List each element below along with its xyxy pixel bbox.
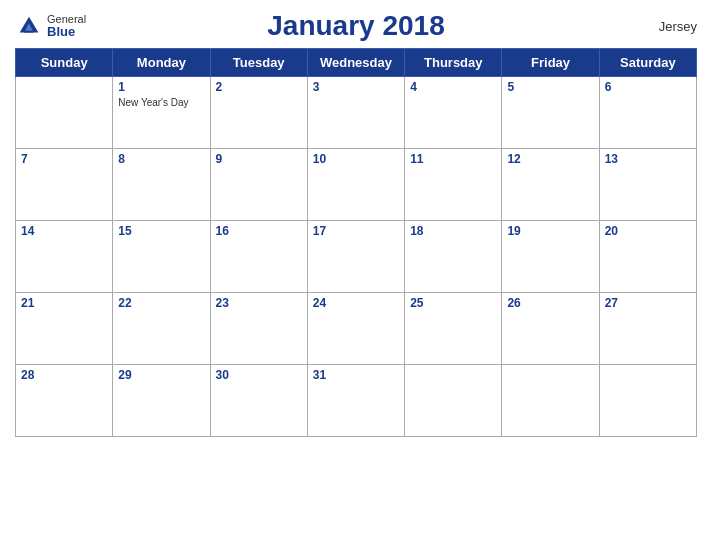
day-number: 31 [313, 368, 399, 382]
calendar-cell: 10 [307, 149, 404, 221]
calendar-cell: 9 [210, 149, 307, 221]
calendar-cell: 24 [307, 293, 404, 365]
weekday-header-thursday: Thursday [405, 49, 502, 77]
weekday-header-tuesday: Tuesday [210, 49, 307, 77]
calendar-cell: 3 [307, 77, 404, 149]
calendar-cell: 4 [405, 77, 502, 149]
calendar-cell: 28 [16, 365, 113, 437]
day-number: 18 [410, 224, 496, 238]
calendar-cell: 5 [502, 77, 599, 149]
calendar-cell: 11 [405, 149, 502, 221]
day-number: 15 [118, 224, 204, 238]
day-number: 21 [21, 296, 107, 310]
day-number: 26 [507, 296, 593, 310]
calendar-cell: 14 [16, 221, 113, 293]
day-number: 27 [605, 296, 691, 310]
day-number: 22 [118, 296, 204, 310]
day-number: 23 [216, 296, 302, 310]
calendar-cell: 18 [405, 221, 502, 293]
week-row-2: 78910111213 [16, 149, 697, 221]
calendar-title: January 2018 [267, 10, 444, 42]
day-number: 5 [507, 80, 593, 94]
calendar-cell [16, 77, 113, 149]
calendar-cell: 31 [307, 365, 404, 437]
day-number: 7 [21, 152, 107, 166]
calendar-cell: 2 [210, 77, 307, 149]
calendar-cell: 16 [210, 221, 307, 293]
weekday-header-wednesday: Wednesday [307, 49, 404, 77]
day-number: 10 [313, 152, 399, 166]
week-row-5: 28293031 [16, 365, 697, 437]
day-number: 28 [21, 368, 107, 382]
day-number: 3 [313, 80, 399, 94]
day-number: 9 [216, 152, 302, 166]
calendar-cell: 15 [113, 221, 210, 293]
day-number: 30 [216, 368, 302, 382]
day-number: 19 [507, 224, 593, 238]
day-number: 1 [118, 80, 204, 94]
calendar-cell: 22 [113, 293, 210, 365]
week-row-3: 14151617181920 [16, 221, 697, 293]
day-number: 2 [216, 80, 302, 94]
day-number: 29 [118, 368, 204, 382]
day-number: 6 [605, 80, 691, 94]
calendar-body: 1New Year's Day2345678910111213141516171… [16, 77, 697, 437]
day-number: 16 [216, 224, 302, 238]
day-number: 8 [118, 152, 204, 166]
day-number: 4 [410, 80, 496, 94]
calendar-cell: 29 [113, 365, 210, 437]
calendar-cell: 17 [307, 221, 404, 293]
calendar-cell [405, 365, 502, 437]
weekday-header-saturday: Saturday [599, 49, 696, 77]
calendar-cell: 8 [113, 149, 210, 221]
weekday-header-row: SundayMondayTuesdayWednesdayThursdayFrid… [16, 49, 697, 77]
logo: General Blue [15, 12, 86, 40]
calendar-cell: 1New Year's Day [113, 77, 210, 149]
calendar-cell: 25 [405, 293, 502, 365]
calendar-cell [599, 365, 696, 437]
day-number: 14 [21, 224, 107, 238]
logo-text: General Blue [47, 13, 86, 39]
calendar-cell: 6 [599, 77, 696, 149]
weekday-header-sunday: Sunday [16, 49, 113, 77]
week-row-4: 21222324252627 [16, 293, 697, 365]
region-label: Jersey [659, 19, 697, 34]
calendar-cell: 7 [16, 149, 113, 221]
week-row-1: 1New Year's Day23456 [16, 77, 697, 149]
holiday-label: New Year's Day [118, 96, 204, 109]
day-number: 25 [410, 296, 496, 310]
weekday-header-monday: Monday [113, 49, 210, 77]
calendar-cell: 30 [210, 365, 307, 437]
logo-icon [15, 12, 43, 40]
logo-blue-text: Blue [47, 25, 86, 39]
calendar-cell: 20 [599, 221, 696, 293]
calendar-cell: 12 [502, 149, 599, 221]
calendar-cell: 21 [16, 293, 113, 365]
calendar-header: General Blue January 2018 Jersey [15, 10, 697, 42]
day-number: 24 [313, 296, 399, 310]
calendar-cell [502, 365, 599, 437]
weekday-header-friday: Friday [502, 49, 599, 77]
day-number: 17 [313, 224, 399, 238]
calendar-cell: 26 [502, 293, 599, 365]
day-number: 11 [410, 152, 496, 166]
day-number: 12 [507, 152, 593, 166]
calendar-cell: 13 [599, 149, 696, 221]
svg-rect-3 [24, 31, 33, 33]
calendar-cell: 23 [210, 293, 307, 365]
calendar-cell: 19 [502, 221, 599, 293]
day-number: 13 [605, 152, 691, 166]
calendar-cell: 27 [599, 293, 696, 365]
day-number: 20 [605, 224, 691, 238]
calendar-table: SundayMondayTuesdayWednesdayThursdayFrid… [15, 48, 697, 437]
